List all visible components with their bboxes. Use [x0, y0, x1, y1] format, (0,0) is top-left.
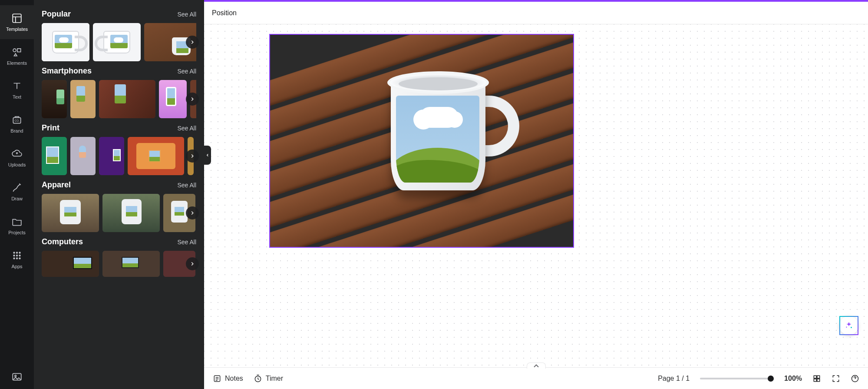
thumb-print-2[interactable]: [70, 137, 96, 175]
svg-point-7: [19, 252, 20, 253]
help-icon: [851, 374, 859, 383]
rail-label: Brand: [10, 128, 23, 133]
section-title: Print: [42, 123, 59, 133]
canvas-area[interactable]: [204, 24, 868, 367]
smartphones-next[interactable]: [186, 93, 199, 106]
image-icon: [11, 371, 23, 382]
tool-rail: Templates Elements Text CO. Brand Upload…: [0, 0, 34, 389]
computers-next[interactable]: [186, 257, 199, 270]
notes-icon: [213, 374, 221, 383]
rail-label: Uploads: [8, 162, 26, 167]
svg-point-13: [19, 257, 20, 259]
svg-rect-2: [17, 49, 21, 52]
svg-point-11: [13, 257, 15, 259]
rail-label: Projects: [8, 230, 26, 235]
magic-button[interactable]: [839, 316, 858, 335]
svg-point-10: [19, 255, 20, 256]
svg-point-1: [13, 49, 16, 52]
svg-point-9: [16, 255, 18, 256]
projects-icon: [11, 216, 23, 227]
brand-icon: CO.: [11, 114, 23, 126]
svg-rect-23: [817, 379, 820, 381]
see-all-computers[interactable]: See All: [177, 239, 196, 246]
timer-button[interactable]: Timer: [254, 374, 283, 383]
svg-rect-20: [814, 376, 816, 378]
rail-apps[interactable]: Apps: [0, 243, 34, 276]
section-title: Computers: [42, 237, 83, 246]
thumb-phone-1[interactable]: [42, 80, 67, 118]
svg-rect-21: [817, 376, 820, 378]
rail-label: Elements: [7, 60, 27, 66]
uploads-icon: [11, 148, 23, 160]
mug-inner: [399, 77, 478, 90]
editor-main: Position: [204, 0, 868, 389]
draw-icon: [11, 182, 23, 193]
mockups-panel: Popular See All Smartphones See All: [34, 0, 204, 389]
apparel-next[interactable]: [186, 206, 199, 219]
thumb-mug-left[interactable]: [42, 23, 89, 61]
fullscreen-icon: [832, 374, 840, 383]
timer-icon: [254, 374, 262, 383]
thumb-phone-2[interactable]: [70, 80, 96, 118]
svg-rect-0: [13, 14, 21, 23]
thumb-print-3[interactable]: [99, 137, 124, 175]
page-frame[interactable]: [269, 34, 574, 248]
rail-draw[interactable]: Draw: [0, 175, 34, 209]
bottom-bar: Notes Timer Page 1 / 1 100%: [204, 367, 868, 389]
see-all-smartphones[interactable]: See All: [177, 68, 196, 75]
page-indicator[interactable]: Page 1 / 1: [658, 375, 690, 382]
notes-button[interactable]: Notes: [213, 374, 243, 383]
rail-brand[interactable]: CO. Brand: [0, 107, 34, 141]
thumb-phone-4[interactable]: [159, 80, 187, 118]
fullscreen-button[interactable]: [832, 374, 840, 383]
toolbar: Position: [204, 2, 868, 24]
popular-next[interactable]: [186, 36, 199, 49]
sparkle-icon: [844, 321, 854, 330]
apps-icon: [11, 250, 23, 261]
collapse-panel[interactable]: [204, 146, 211, 165]
help-button[interactable]: [851, 374, 859, 383]
zoom-knob[interactable]: [768, 376, 774, 382]
grid-view-button[interactable]: [812, 374, 821, 383]
thumb-computer-1[interactable]: [42, 251, 99, 277]
position-button[interactable]: Position: [212, 9, 237, 17]
see-all-apparel[interactable]: See All: [177, 182, 196, 189]
svg-rect-22: [814, 379, 816, 381]
rail-templates[interactable]: Templates: [0, 5, 34, 39]
rail-uploads[interactable]: Uploads: [0, 141, 34, 175]
thumb-apparel-1[interactable]: [42, 194, 99, 232]
svg-point-8: [13, 255, 15, 256]
page-drawer-toggle[interactable]: [527, 362, 546, 369]
timer-label: Timer: [266, 375, 283, 382]
section-title: Smartphones: [42, 66, 92, 76]
rail-label: Draw: [11, 196, 23, 201]
thumb-mug-right[interactable]: [93, 23, 141, 61]
rail-text[interactable]: Text: [0, 73, 34, 107]
grid-icon: [812, 374, 821, 383]
mug-print-area: [396, 96, 479, 183]
thumb-apparel-2[interactable]: [102, 194, 160, 232]
zoom-percentage[interactable]: 100%: [784, 375, 802, 382]
rail-photos[interactable]: [0, 365, 34, 389]
section-title: Popular: [42, 10, 71, 19]
templates-icon: [11, 13, 23, 24]
rail-elements[interactable]: Elements: [0, 39, 34, 73]
zoom-slider[interactable]: [700, 378, 774, 379]
section-apparel: Apparel See All: [42, 180, 196, 232]
thumb-print-4[interactable]: [128, 137, 184, 175]
thumb-computer-2[interactable]: [102, 251, 160, 277]
rail-label: Templates: [6, 27, 28, 32]
text-icon: [11, 80, 23, 92]
section-computers: Computers See All: [42, 237, 196, 277]
svg-point-15: [15, 375, 16, 376]
see-all-popular[interactable]: See All: [177, 11, 196, 18]
svg-point-12: [16, 257, 18, 259]
print-next[interactable]: [186, 150, 199, 163]
thumb-phone-3[interactable]: [99, 80, 155, 118]
section-smartphones: Smartphones See All: [42, 66, 196, 118]
svg-point-5: [13, 252, 15, 253]
rail-projects[interactable]: Projects: [0, 209, 34, 243]
rail-label: Apps: [11, 264, 22, 269]
thumb-print-1[interactable]: [42, 137, 67, 175]
see-all-print[interactable]: See All: [177, 125, 196, 132]
